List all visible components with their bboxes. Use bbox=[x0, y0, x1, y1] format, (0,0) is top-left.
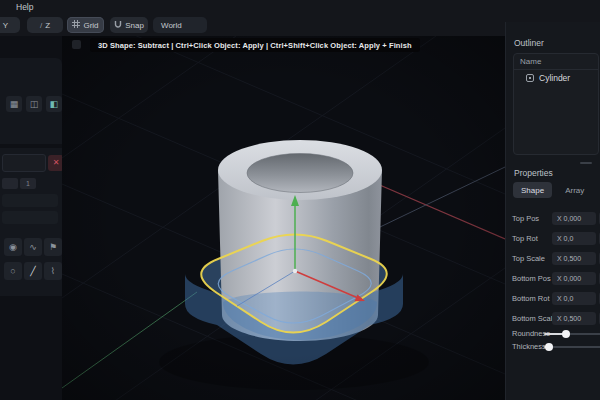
prop-label: Bottom Pos bbox=[512, 274, 551, 283]
prop-label: Top Scale bbox=[512, 254, 545, 263]
wave-tool-icon[interactable]: ∿ bbox=[24, 238, 42, 256]
world-label: World bbox=[161, 21, 182, 30]
snap-toggle-button[interactable]: Snap bbox=[110, 17, 148, 33]
axis-z-button[interactable]: / Z bbox=[27, 17, 63, 33]
left-sidebar: ▦ ◫ ◧ ✕ 1 ◉ ∿ ⚑ ○ ╱ ⌇ bbox=[0, 36, 62, 400]
outliner-title: Outliner bbox=[514, 38, 544, 48]
thickness-handle[interactable] bbox=[545, 343, 553, 351]
properties-title: Properties bbox=[514, 168, 553, 178]
prop-label: Top Rot bbox=[512, 234, 538, 243]
scene-canvas bbox=[62, 36, 505, 400]
flag-tool-icon[interactable]: ⚑ bbox=[44, 238, 62, 256]
circle-tool-icon[interactable]: ○ bbox=[4, 262, 22, 280]
app-window: Help | Y / Z Grid Snap World ▦ bbox=[0, 0, 600, 400]
outliner-list: Name Cylinder bbox=[513, 53, 599, 155]
sidebar-tool-panel: ✕ 1 ◉ ∿ ⚑ ○ ╱ ⌇ bbox=[0, 148, 62, 296]
tab-array[interactable]: Array bbox=[557, 182, 592, 198]
sidebar-top-panel: ▦ ◫ ◧ bbox=[0, 58, 62, 144]
prop-row-top-rot: Top Rot X 0,0 Y bbox=[506, 232, 600, 246]
top-rot-x-field[interactable]: X 0,0 bbox=[552, 232, 596, 245]
magnet-icon bbox=[114, 20, 122, 30]
count-chip[interactable]: 1 bbox=[20, 178, 36, 189]
axis-y-button[interactable]: | Y bbox=[0, 17, 20, 33]
prop-label: Top Pos bbox=[512, 214, 539, 223]
grid-label: Grid bbox=[83, 21, 98, 30]
menu-help[interactable]: Help bbox=[16, 2, 33, 12]
right-panel: Outliner Name Cylinder Properties Shape … bbox=[505, 22, 600, 400]
grid-toggle-button[interactable]: Grid bbox=[67, 17, 104, 33]
tab-shape[interactable]: Shape bbox=[513, 182, 552, 198]
prop-row-bottom-pos: Bottom Pos X 0,000 Y bbox=[506, 272, 600, 286]
axis-z-label: Z bbox=[45, 21, 50, 30]
bottom-scale-x-field[interactable]: X 0,500 bbox=[552, 312, 596, 325]
top-scale-x-field[interactable]: X 0,500 bbox=[552, 252, 596, 265]
outliner-item-cylinder[interactable]: Cylinder bbox=[514, 70, 598, 86]
bottom-pos-x-field[interactable]: X 0,000 bbox=[552, 272, 596, 285]
axis-y-label: Y bbox=[3, 21, 8, 30]
outliner-name-header[interactable]: Name bbox=[514, 54, 598, 70]
roundness-slider-row: Roundness bbox=[506, 328, 600, 340]
sidebar-field-1[interactable] bbox=[2, 194, 58, 207]
bottom-rot-x-field[interactable]: X 0,0 bbox=[552, 292, 596, 305]
prop-label: Bottom Rot bbox=[512, 294, 550, 303]
grid-icon bbox=[72, 20, 80, 30]
thickness-slider-row: Thickness bbox=[506, 341, 600, 353]
hint-bar: 3D Shape: Subtract | Ctrl+Click Object: … bbox=[90, 38, 420, 52]
outliner-item-label: Cylinder bbox=[539, 73, 570, 83]
properties-tabs: Shape Array bbox=[513, 182, 592, 198]
line-tool-icon[interactable]: ╱ bbox=[24, 262, 42, 280]
prop-row-top-scale: Top Scale X 0,500 Y bbox=[506, 252, 600, 266]
roundness-slider[interactable] bbox=[544, 333, 600, 335]
option-chip[interactable] bbox=[2, 178, 18, 189]
prop-row-bottom-rot: Bottom Rot X 0,0 Y bbox=[506, 292, 600, 306]
toggle-panel-icon[interactable]: ◧ bbox=[46, 96, 62, 112]
sidebar-name-field[interactable] bbox=[2, 154, 46, 172]
prop-row-bottom-scale: Bottom Scale X 0,500 Y bbox=[506, 312, 600, 326]
sidebar-field-2[interactable] bbox=[2, 211, 58, 224]
thickness-slider[interactable] bbox=[544, 346, 600, 348]
sphere-tool-icon[interactable]: ◉ bbox=[4, 238, 22, 256]
top-pos-x-field[interactable]: X 0,000 bbox=[552, 212, 596, 225]
roundness-handle[interactable] bbox=[562, 330, 570, 338]
viewport-mode-icon bbox=[72, 40, 81, 49]
viewport-3d[interactable]: 3D Shape: Subtract | Ctrl+Click Object: … bbox=[62, 36, 505, 400]
split-view-icon[interactable]: ◫ bbox=[26, 96, 42, 112]
layout-grid-icon[interactable]: ▦ bbox=[6, 96, 22, 112]
world-orientation-button[interactable]: World bbox=[153, 17, 207, 33]
thickness-label: Thickness bbox=[512, 342, 546, 351]
curve-tool-icon[interactable]: ⌇ bbox=[44, 262, 62, 280]
hint-text: 3D Shape: Subtract | Ctrl+Click Object: … bbox=[98, 41, 412, 50]
prop-label: Bottom Scale bbox=[512, 314, 557, 323]
panel-resize-handle[interactable] bbox=[580, 162, 592, 164]
snap-label: Snap bbox=[125, 21, 144, 30]
menu-bar: Help bbox=[0, 0, 600, 14]
object-cube-icon bbox=[526, 74, 534, 82]
axis-z-slash-icon: / bbox=[40, 21, 42, 30]
viewport-vignette bbox=[62, 36, 505, 400]
prop-row-top-pos: Top Pos X 0,000 Y bbox=[506, 212, 600, 226]
